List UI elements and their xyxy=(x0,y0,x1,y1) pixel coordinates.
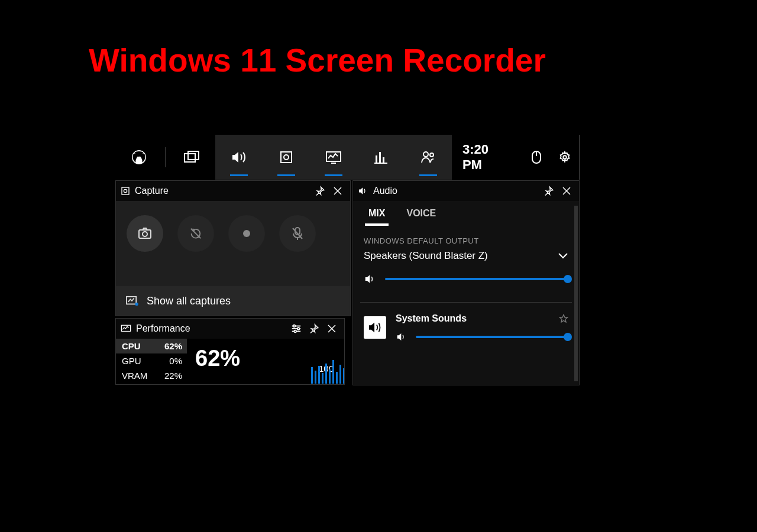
clock: 3:20 PM xyxy=(452,142,522,173)
page-title: Windows 11 Screen Recorder xyxy=(89,41,546,79)
performance-panel: Performance CPU62% GPU0% VRAM22% 62% 100 xyxy=(115,318,345,385)
svg-rect-3 xyxy=(281,152,292,163)
perf-row-cpu[interactable]: CPU62% xyxy=(116,339,187,353)
system-sounds-slider[interactable] xyxy=(416,336,568,338)
toolbar-resources-icon[interactable] xyxy=(357,135,405,180)
master-volume-slider[interactable] xyxy=(385,278,568,280)
system-sounds-icon xyxy=(364,316,386,339)
perf-row-gpu[interactable]: GPU0% xyxy=(116,353,187,368)
show-all-captures[interactable]: Show all captures xyxy=(116,286,350,316)
show-all-label: Show all captures xyxy=(147,295,231,307)
volume-icon[interactable] xyxy=(396,332,407,342)
divider xyxy=(165,147,166,167)
performance-title: Performance xyxy=(136,323,190,334)
tab-voice[interactable]: VOICE xyxy=(406,208,436,226)
microphone-button[interactable] xyxy=(279,215,316,252)
svg-point-29 xyxy=(293,325,296,327)
chevron-down-icon xyxy=(558,252,568,259)
scrollbar[interactable] xyxy=(574,206,578,381)
pin-icon[interactable] xyxy=(541,183,557,199)
svg-point-11 xyxy=(430,153,434,157)
perf-big-number: 62% xyxy=(195,346,240,385)
capture-head-icon xyxy=(121,186,130,196)
volume-icon[interactable] xyxy=(364,274,377,284)
svg-point-10 xyxy=(423,152,428,157)
audio-head-icon xyxy=(358,186,368,196)
svg-point-20 xyxy=(243,230,250,237)
svg-rect-1 xyxy=(185,154,195,162)
perf-row-vram[interactable]: VRAM22% xyxy=(116,368,187,383)
svg-point-14 xyxy=(563,155,567,159)
capture-panel: Capture Show all captures xyxy=(115,180,351,316)
widgets-icon[interactable] xyxy=(168,135,215,180)
svg-rect-9 xyxy=(374,163,387,164)
svg-rect-6 xyxy=(376,155,377,163)
pin-icon[interactable] xyxy=(306,321,322,336)
close-icon[interactable] xyxy=(324,321,339,336)
svg-rect-2 xyxy=(188,151,199,160)
close-icon[interactable] xyxy=(559,183,574,199)
record-button[interactable] xyxy=(228,215,265,252)
settings-icon[interactable] xyxy=(551,135,579,180)
svg-point-4 xyxy=(284,155,289,160)
svg-point-24 xyxy=(135,303,138,306)
favorite-star-icon[interactable] xyxy=(559,314,568,323)
performance-head-icon xyxy=(121,325,131,333)
svg-rect-7 xyxy=(379,152,381,163)
gamebar-toolbar: 3:20 PM xyxy=(115,135,580,180)
tab-mix[interactable]: MIX xyxy=(368,208,385,226)
record-last-button[interactable] xyxy=(177,215,214,252)
output-device-dropdown[interactable]: Speakers (Sound Blaster Z) xyxy=(353,250,579,262)
system-sounds-label: System Sounds xyxy=(396,313,467,324)
toolbar-performance-icon[interactable] xyxy=(310,135,357,180)
svg-rect-8 xyxy=(383,157,384,163)
perf-options-icon[interactable] xyxy=(289,321,304,336)
mouse-icon[interactable] xyxy=(522,135,551,180)
audio-panel: Audio MIX VOICE WINDOWS DEFAULT OUTPUT S… xyxy=(352,180,580,385)
capture-title: Capture xyxy=(135,186,169,196)
audio-title: Audio xyxy=(373,186,397,196)
close-icon[interactable] xyxy=(330,183,345,199)
svg-point-31 xyxy=(294,330,296,333)
svg-point-16 xyxy=(124,189,127,192)
pin-icon[interactable] xyxy=(312,183,328,199)
svg-rect-15 xyxy=(122,187,129,194)
toolbar-capture-icon[interactable] xyxy=(263,135,310,180)
perf-graph xyxy=(311,360,344,384)
toolbar-audio-icon[interactable] xyxy=(215,135,263,180)
svg-point-18 xyxy=(143,232,147,236)
output-device-name: Speakers (Sound Blaster Z) xyxy=(364,250,488,262)
output-section-label: WINDOWS DEFAULT OUTPUT xyxy=(353,226,579,250)
xbox-icon[interactable] xyxy=(115,135,163,180)
svg-point-30 xyxy=(297,327,300,330)
toolbar-social-icon[interactable] xyxy=(405,135,452,180)
screenshot-button[interactable] xyxy=(127,215,163,252)
